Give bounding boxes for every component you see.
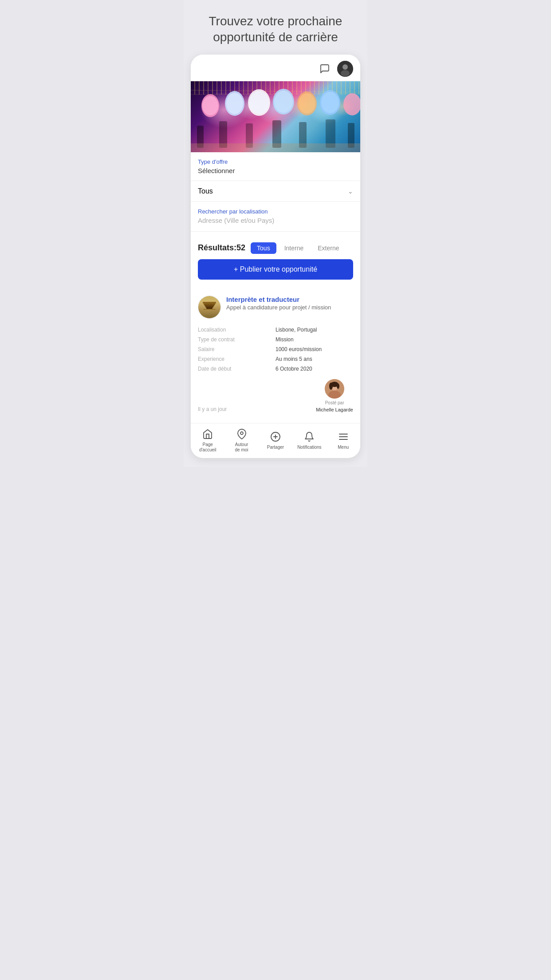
poster-name: Michelle Lagarde — [316, 407, 353, 412]
svg-point-38 — [337, 383, 339, 389]
search-section: Type d'offre Sélectionner Tous ⌄ Recherc… — [191, 152, 360, 232]
nav-label-menu: Menu — [338, 445, 349, 450]
filter-tab-tous[interactable]: Tous — [251, 242, 276, 254]
poster-avatar[interactable] — [325, 379, 344, 399]
job-card: Interprète et traducteur Appel à candida… — [191, 288, 360, 419]
posted-time: Il y a un jour — [198, 406, 227, 412]
hero-image — [191, 81, 360, 152]
offer-type-value[interactable]: Sélectionner — [191, 166, 360, 181]
top-bar — [191, 55, 360, 81]
poster-label: Posté par — [325, 400, 344, 405]
svg-point-37 — [329, 383, 333, 390]
detail-value-experience: Au moins 5 ans — [276, 354, 353, 364]
title-line2: opportunité de carrière — [213, 30, 338, 44]
detail-label-contrat: Type de contrat — [198, 335, 276, 344]
filter-tab-interne[interactable]: Interne — [278, 242, 310, 254]
detail-value-date: 6 Octobre 2020 — [276, 364, 353, 374]
svg-point-1 — [342, 64, 348, 70]
bottom-nav: Paged'accueil Autourde moi — [191, 423, 360, 458]
detail-label-salaire: Salaire — [198, 344, 276, 354]
svg-rect-29 — [205, 306, 213, 308]
job-subtitle: Appel à candidature pour projet / missio… — [226, 304, 353, 311]
offer-type-label: Type d'offre — [191, 152, 360, 166]
plus-circle-icon — [270, 431, 281, 443]
title-line1: Trouvez votre prochaine — [209, 14, 342, 28]
svg-point-17 — [343, 93, 360, 115]
svg-point-14 — [299, 93, 315, 114]
svg-point-2 — [341, 70, 350, 76]
svg-point-12 — [274, 91, 293, 113]
detail-value-contrat: Mission — [276, 335, 353, 344]
job-title-block: Interprète et traducteur Appel à candida… — [226, 296, 353, 311]
svg-rect-27 — [204, 304, 215, 305]
job-details: Localisation Lisbone, Portugal Type de c… — [198, 325, 353, 374]
svg-rect-25 — [191, 143, 360, 152]
bell-icon — [304, 431, 315, 443]
results-count: Résultats:52 — [198, 243, 245, 253]
nav-item-notifications[interactable]: Notifications — [296, 431, 323, 450]
category-value: Tous — [198, 187, 213, 195]
location-icon — [236, 428, 247, 440]
chevron-down-icon: ⌄ — [348, 188, 353, 195]
location-label: Rechercher par localisation — [191, 202, 360, 216]
svg-point-39 — [240, 432, 243, 435]
svg-point-8 — [226, 93, 243, 114]
category-dropdown[interactable]: Tous ⌄ — [191, 181, 360, 202]
detail-value-localisation: Lisbone, Portugal — [276, 325, 353, 335]
menu-icon — [338, 431, 349, 443]
svg-rect-26 — [203, 302, 216, 304]
svg-rect-28 — [205, 305, 214, 306]
results-bar: Résultats:52 Tous Interne Externe + Publ… — [191, 235, 360, 285]
svg-point-10 — [249, 91, 269, 114]
nav-label-home: Paged'accueil — [199, 442, 216, 453]
location-input[interactable]: Adresse (Ville et/ou Pays) — [191, 216, 360, 231]
page-title: Trouvez votre prochaine opportunité de c… — [184, 0, 367, 55]
filter-tab-externe[interactable]: Externe — [311, 242, 345, 254]
chat-icon[interactable] — [318, 62, 332, 76]
job-logo — [198, 296, 221, 319]
phone-card: Type d'offre Sélectionner Tous ⌄ Recherc… — [191, 55, 360, 458]
job-header: Interprète et traducteur Appel à candida… — [198, 296, 353, 319]
nav-item-share[interactable]: Partager — [262, 431, 289, 450]
filter-tabs: Tous Interne Externe — [251, 242, 345, 254]
home-icon — [202, 428, 213, 440]
nav-label-share: Partager — [267, 445, 284, 450]
svg-rect-30 — [206, 308, 213, 309]
nav-item-home[interactable]: Paged'accueil — [194, 428, 221, 453]
detail-label-date: Date de début — [198, 364, 276, 374]
svg-point-16 — [321, 92, 339, 113]
poster-block: Posté par Michelle Lagarde — [316, 379, 353, 412]
job-footer: Il y a un jour — [198, 379, 353, 412]
nav-label-notifications: Notifications — [297, 445, 321, 450]
detail-label-localisation: Localisation — [198, 325, 276, 335]
svg-rect-31 — [203, 309, 216, 310]
publish-button[interactable]: + Publier votre opportunité — [198, 259, 353, 280]
detail-value-salaire: 1000 euros/mission — [276, 344, 353, 354]
svg-point-6 — [202, 96, 218, 115]
detail-label-experience: Experience — [198, 354, 276, 364]
nav-label-nearby: Autourde moi — [235, 442, 248, 453]
nav-item-nearby[interactable]: Autourde moi — [228, 428, 255, 453]
user-avatar[interactable] — [337, 61, 353, 77]
job-title[interactable]: Interprète et traducteur — [226, 296, 353, 303]
nav-item-menu[interactable]: Menu — [330, 431, 357, 450]
